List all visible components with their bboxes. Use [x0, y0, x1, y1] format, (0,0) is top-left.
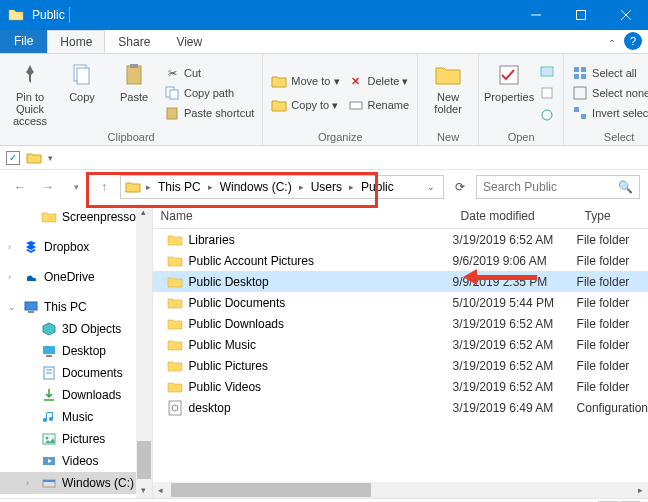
nav-forward-button[interactable]: → — [36, 175, 60, 199]
tree-expand-icon[interactable]: ⌄ — [8, 302, 18, 312]
list-scrollbar[interactable]: ◂▸ — [153, 482, 648, 498]
paste-button[interactable]: Paste — [110, 57, 158, 129]
help-button[interactable]: ? — [624, 32, 642, 50]
svg-rect-6 — [127, 66, 141, 84]
address-bar[interactable]: ▸ This PC ▸ Windows (C:) ▸ Users ▸ Publi… — [120, 175, 444, 199]
tab-share[interactable]: Share — [105, 30, 163, 53]
sidebar-item-onedrive[interactable]: ›OneDrive — [0, 266, 152, 288]
file-row[interactable]: desktop3/19/2019 6:49 AMConfiguration — [153, 397, 648, 418]
copy-to-button[interactable]: Copy to ▾ — [269, 96, 341, 114]
svg-rect-21 — [574, 107, 579, 112]
copy-button[interactable]: Copy — [58, 57, 106, 129]
copy-path-button[interactable]: Copy path — [162, 84, 256, 102]
file-name: Public Music — [189, 338, 256, 352]
file-row[interactable]: Public Music3/19/2019 6:52 AMFile folder — [153, 334, 648, 355]
cut-button[interactable]: ✂Cut — [162, 64, 256, 82]
file-type: File folder — [577, 233, 648, 247]
chevron-right-icon[interactable]: ▸ — [143, 182, 154, 192]
tree-expand-icon[interactable]: › — [26, 478, 36, 488]
drive-icon — [41, 475, 57, 491]
column-type-header[interactable]: Type — [577, 204, 648, 228]
svg-rect-5 — [77, 68, 89, 84]
chevron-right-icon[interactable]: ▸ — [205, 182, 216, 192]
column-date-header[interactable]: Date modified — [453, 204, 577, 228]
tree-expand-icon[interactable]: › — [8, 272, 18, 282]
file-row[interactable]: Public Account Pictures9/6/2019 9:06 AMF… — [153, 250, 648, 271]
tab-home[interactable]: Home — [47, 30, 105, 53]
svg-rect-19 — [581, 74, 586, 79]
new-folder-button[interactable]: New folder — [424, 57, 472, 129]
breadcrumb-item[interactable]: Users — [309, 180, 344, 194]
breadcrumb-item[interactable]: Public — [359, 180, 396, 194]
svg-rect-17 — [581, 67, 586, 72]
select-all-icon — [572, 65, 588, 81]
sidebar-item-videos[interactable]: Videos — [0, 450, 152, 472]
sidebar-scrollbar[interactable]: ▴ ▾ — [136, 204, 152, 498]
select-all-button[interactable]: Select all — [570, 64, 648, 82]
file-tab[interactable]: File — [0, 30, 47, 53]
3d-icon — [41, 321, 57, 337]
sidebar-item-documents[interactable]: Documents — [0, 362, 152, 384]
sidebar-item-3d-objects[interactable]: 3D Objects — [0, 318, 152, 340]
folder-icon — [41, 209, 57, 225]
breadcrumb-item[interactable]: Windows (C:) — [218, 180, 294, 194]
sidebar-item-windows-c-[interactable]: ›Windows (C:) — [0, 472, 152, 494]
file-row[interactable]: Public Documents5/10/2019 5:44 PMFile fo… — [153, 292, 648, 313]
invert-selection-button[interactable]: Invert selection — [570, 104, 648, 122]
file-row[interactable]: Public Desktop9/9/2019 2:35 PMFile folde… — [153, 271, 648, 292]
ribbon-expand-button[interactable]: ˆ — [604, 39, 620, 53]
address-dropdown[interactable]: ⌄ — [423, 182, 439, 192]
select-none-button[interactable]: Select none — [570, 84, 648, 102]
close-button[interactable] — [603, 0, 648, 30]
sidebar-item-downloads[interactable]: Downloads — [0, 384, 152, 406]
sidebar-item-label: Downloads — [62, 388, 121, 402]
file-row[interactable]: Public Downloads3/19/2019 6:52 AMFile fo… — [153, 313, 648, 334]
nav-up-button[interactable]: ↑ — [92, 175, 116, 199]
history-button[interactable] — [537, 106, 557, 124]
sidebar-item-screenpresso[interactable]: Screenpresso — [0, 206, 152, 228]
window-title: Public — [32, 8, 65, 22]
history-icon — [539, 107, 555, 123]
nav-back-button[interactable]: ← — [8, 175, 32, 199]
sidebar-item-pictures[interactable]: Pictures — [0, 428, 152, 450]
tree-expand-icon[interactable]: › — [8, 242, 18, 252]
svg-rect-22 — [581, 114, 586, 119]
properties-button[interactable]: Properties — [485, 57, 533, 129]
sidebar-item-this-pc[interactable]: ⌄This PC — [0, 296, 152, 318]
delete-button[interactable]: ✕Delete ▾ — [346, 72, 412, 90]
file-date: 3/19/2019 6:52 AM — [453, 317, 577, 331]
sidebar-item-desktop[interactable]: Desktop — [0, 340, 152, 362]
edit-button[interactable] — [537, 84, 557, 102]
chevron-right-icon[interactable]: ▸ — [346, 182, 357, 192]
search-input[interactable]: Search Public 🔍 — [476, 175, 640, 199]
minimize-button[interactable] — [513, 0, 558, 30]
file-row[interactable]: Public Videos3/19/2019 6:52 AMFile folde… — [153, 376, 648, 397]
file-type: File folder — [577, 380, 648, 394]
chevron-right-icon[interactable]: ▸ — [296, 182, 307, 192]
search-placeholder: Search Public — [483, 180, 557, 194]
maximize-button[interactable] — [558, 0, 603, 30]
copy-icon — [68, 61, 96, 89]
ribbon: Pin to Quick access Copy Paste ✂Cut Copy… — [0, 54, 648, 146]
select-all-checkbox[interactable]: ✓ — [6, 151, 20, 165]
file-name: Public Desktop — [189, 275, 269, 289]
rename-button[interactable]: Rename — [346, 96, 412, 114]
column-name-header[interactable]: Name — [153, 204, 453, 228]
paste-shortcut-button[interactable]: Paste shortcut — [162, 104, 256, 122]
breadcrumb-item[interactable]: This PC — [156, 180, 203, 194]
file-row[interactable]: Public Pictures3/19/2019 6:52 AMFile fol… — [153, 355, 648, 376]
file-type: File folder — [577, 254, 648, 268]
open-menu-button[interactable] — [537, 62, 557, 80]
search-icon: 🔍 — [618, 180, 633, 194]
sidebar-item-music[interactable]: Music — [0, 406, 152, 428]
paste-shortcut-icon — [164, 105, 180, 121]
tab-view[interactable]: View — [163, 30, 215, 53]
pin-quick-access-button[interactable]: Pin to Quick access — [6, 57, 54, 129]
move-to-button[interactable]: Move to ▾ — [269, 72, 341, 90]
file-row[interactable]: Libraries3/19/2019 6:52 AMFile folder — [153, 229, 648, 250]
refresh-button[interactable]: ⟳ — [448, 175, 472, 199]
qat-dropdown[interactable]: ▾ — [48, 153, 53, 163]
new-group-label: New — [424, 129, 472, 145]
nav-recent-button[interactable]: ▾ — [64, 175, 88, 199]
sidebar-item-dropbox[interactable]: ›Dropbox — [0, 236, 152, 258]
